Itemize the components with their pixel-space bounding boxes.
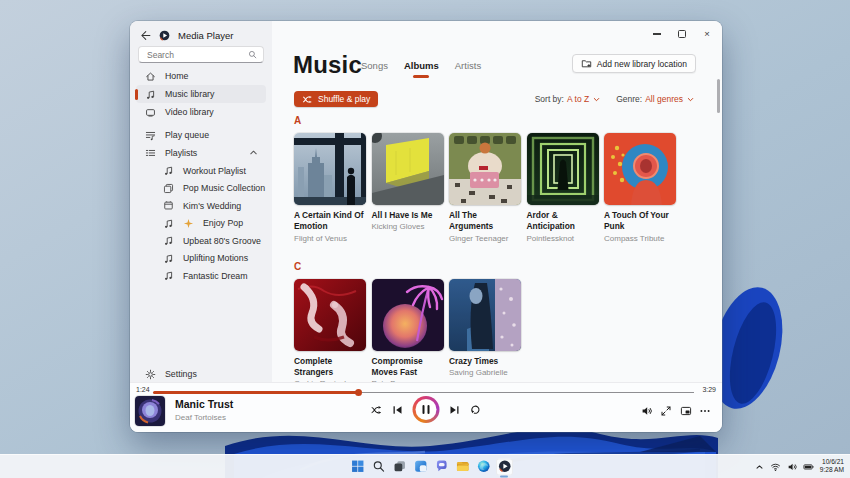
taskbar-search-icon[interactable] [370,458,387,475]
playlist-item-uplifting-motions[interactable]: Uplifting Motions [136,250,266,268]
sidebar-item-video-library[interactable]: Video library [136,103,266,121]
playlist-item-label: Workout Playlist [183,166,246,176]
album-card[interactable]: Ardor & AnticipationPointlessknot [527,133,599,243]
chevron-down-icon [686,95,695,104]
album-section: AA Certain Kind Of EmotionFlight of Venu… [294,115,710,243]
sort-label: Sort by: [535,94,564,104]
next-button[interactable] [449,404,461,416]
sidebar-item-home[interactable]: Home [136,67,266,85]
album-card[interactable]: Compromise Moves FastPete Brown [372,279,444,389]
sidebar-item-play-queue[interactable]: Play queue [136,126,266,144]
album-card[interactable]: Crazy TimesSaving Gabrielle [449,279,521,389]
shuffle-play-label: Shuffle & play [318,94,370,104]
playlist-item-upbeat-80-s-groove[interactable]: Upbeat 80's Groove [136,232,266,250]
playlist-item-pop-music-collection[interactable]: Pop Music Collection [136,180,266,198]
now-playing-art[interactable] [135,396,165,426]
album-artist: Compass Tribute [604,234,676,243]
tab-albums[interactable]: Albums [404,60,439,71]
playlist-item-enjoy-pop[interactable]: Enjoy Pop [136,215,266,233]
gear-icon [145,369,156,380]
album-card[interactable]: All The ArgumentsGinger Teenager [449,133,521,243]
more-button[interactable] [699,405,711,417]
section-letter: A [294,115,710,126]
titlebar: Media Player [140,26,233,44]
sidebar-item-label: Home [165,71,188,81]
genre-label: Genre: [616,94,642,104]
back-icon[interactable] [140,30,151,41]
track-artist: Deaf Tortoises [175,413,226,422]
playlist-item-fantastic-dream[interactable]: Fantastic Dream [136,267,266,285]
taskbar-chat-icon[interactable] [433,458,450,475]
album-row: Complete StrangersCorbin RevivalCompromi… [294,279,710,389]
album-card[interactable]: Complete StrangersCorbin Revival [294,279,366,389]
genre-dropdown[interactable]: Genre: All genres [616,94,695,104]
previous-button[interactable] [392,404,404,416]
playlist-item-kim-s-wedding[interactable]: Kim's Wedding [136,197,266,215]
maximize-button[interactable] [677,29,687,39]
album-sections: AA Certain Kind Of EmotionFlight of Venu… [294,115,710,388]
filters: Sort by: A to Z Genre: All genres [535,94,695,104]
minimize-button[interactable] [652,29,662,39]
chevron-up-icon[interactable] [754,461,765,472]
clock[interactable]: 10/6/21 9:28 AM [820,458,844,475]
search-input[interactable] [145,49,248,61]
search-box[interactable] [138,46,264,63]
app-logo-icon [159,30,170,41]
taskbar-start-icon[interactable] [349,458,366,475]
sidebar-item-settings[interactable]: Settings [136,365,266,383]
album-title: A Certain Kind Of Emotion [294,210,366,233]
volume-button[interactable] [641,405,653,417]
library-tabs: SongsAlbumsArtists [361,60,481,71]
sidebar-item-music-library[interactable]: Music library [136,85,266,103]
album-cover [294,133,366,205]
playlist-item-label: Fantastic Dream [183,271,248,281]
seek-bar[interactable] [153,390,694,395]
track-title: Manic Trust [175,398,233,410]
add-library-label: Add new library location [597,59,687,69]
album-artist: Ginger Teenager [449,234,521,243]
scrollbar[interactable] [717,79,720,113]
taskbar-file-explorer-icon[interactable] [454,458,471,475]
album-card[interactable]: All I Have Is MeKicking Gloves [372,133,444,243]
album-card[interactable]: A Touch Of Your PunkCompass Tribute [604,133,676,243]
seek-thumb[interactable] [355,389,362,396]
total-time: 3:29 [702,386,716,393]
close-button[interactable]: × [702,29,712,39]
music-note-icon [145,89,156,100]
sidebar-item-playlists[interactable]: Playlists [136,144,266,162]
tab-artists[interactable]: Artists [455,60,481,71]
add-library-button[interactable]: Add new library location [572,54,696,73]
playlist-item-label: Kim's Wedding [183,201,241,211]
shuffle-play-button[interactable]: Shuffle & play [294,91,378,107]
playlist-item-workout-playlist[interactable]: Workout Playlist [136,162,266,180]
mini-player-button[interactable] [680,405,692,417]
battery-icon[interactable] [803,461,814,472]
playlist-item-label: Upbeat 80's Groove [183,236,261,246]
album-section: CComplete StrangersCorbin RevivalComprom… [294,261,710,389]
home-icon [145,71,156,82]
taskbar-widgets-icon[interactable] [412,458,429,475]
fullscreen-button[interactable] [660,405,672,417]
album-artist: Kicking Gloves [372,222,444,231]
sidebar-item-label: Play queue [165,130,209,140]
playlists-icon [145,148,156,159]
sort-dropdown[interactable]: Sort by: A to Z [535,94,602,104]
taskbar-task-view-icon[interactable] [391,458,408,475]
taskbar-media-player-icon[interactable] [496,458,513,475]
album-card[interactable]: A Certain Kind Of EmotionFlight of Venus [294,133,366,243]
album-cover [449,279,521,351]
repeat-button[interactable] [470,404,482,416]
search-icon[interactable] [248,50,257,59]
volume-icon[interactable] [787,461,798,472]
album-title: All The Arguments [449,210,521,233]
wifi-icon[interactable] [770,461,781,472]
tab-songs[interactable]: Songs [361,60,388,71]
music-note-icon [163,165,174,176]
shuffle-button[interactable] [371,404,383,416]
pause-button[interactable] [413,396,440,423]
shuffle-icon [302,94,313,105]
tray-time: 9:28 AM [820,467,844,476]
taskbar-edge-icon[interactable] [475,458,492,475]
album-artist: Flight of Venus [294,234,366,243]
system-tray[interactable]: 10/6/21 9:28 AM [754,458,844,475]
